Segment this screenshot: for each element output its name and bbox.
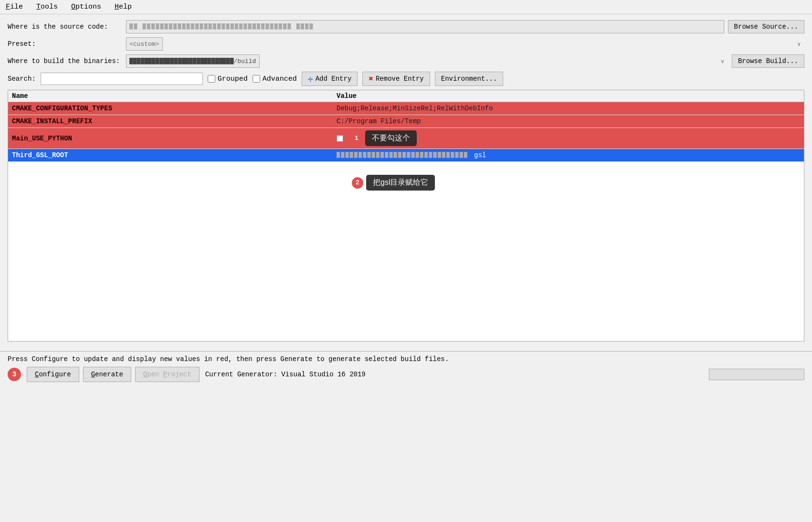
- preset-select-wrapper: <custom>: [126, 37, 804, 51]
- col-name-header: Name: [12, 92, 337, 100]
- row-name: CMAKE_INSTALL_PREFIX: [8, 115, 333, 128]
- browse-source-button[interactable]: Browse Source...: [728, 20, 804, 33]
- menu-help[interactable]: Help: [113, 2, 134, 12]
- preset-select[interactable]: <custom>: [126, 37, 163, 51]
- build-select[interactable]: ████████████████████████████/build: [126, 54, 260, 68]
- advanced-label: Advanced: [263, 75, 297, 83]
- row-name: Main_USE_PYTHON: [8, 132, 333, 145]
- tooltip-1: 不要勾这个: [365, 130, 417, 146]
- grouped-checkbox-group[interactable]: Grouped: [208, 75, 248, 83]
- annotation-badge-1: 1: [351, 133, 362, 144]
- use-python-checkbox[interactable]: [337, 135, 343, 142]
- build-row: Where to build the binaries: ███████████…: [8, 54, 804, 68]
- source-input[interactable]: [126, 20, 724, 33]
- row-value: ██████████████████████████████ gsl 2 把gs…: [333, 149, 804, 161]
- source-row: Where is the source code: Browse Source.…: [8, 20, 804, 33]
- annotation-badge-2: 2: [352, 177, 363, 189]
- build-label: Where to build the binaries:: [8, 57, 122, 65]
- preset-row: Preset: <custom>: [8, 37, 804, 51]
- row-value: C:/Program Files/Temp: [333, 115, 804, 128]
- cmake-table: Name Value CMAKE_CONFIGURATION_TYPES Deb…: [8, 90, 804, 341]
- menu-options[interactable]: Options: [69, 2, 103, 12]
- open-project-button[interactable]: Open Project: [135, 367, 200, 382]
- remove-icon: ✖: [369, 74, 373, 84]
- table-body: CMAKE_CONFIGURATION_TYPES Debug;Release;…: [8, 102, 804, 341]
- build-select-wrapper: ████████████████████████████/build: [126, 54, 728, 68]
- toolbar-row: Search: Grouped Advanced ✛ Add Entry ✖ R…: [8, 72, 804, 86]
- menu-file[interactable]: File: [4, 2, 25, 12]
- row-value: 1 不要勾这个: [333, 128, 804, 149]
- row-name: Third_GSL_ROOT: [8, 149, 333, 161]
- table-header: Name Value: [8, 90, 804, 102]
- advanced-checkbox-group[interactable]: Advanced: [253, 75, 297, 83]
- annotation-badge-3: 3: [8, 368, 21, 381]
- source-label: Where is the source code:: [8, 23, 122, 31]
- grouped-checkbox[interactable]: [208, 75, 215, 83]
- environment-button[interactable]: Environment...: [435, 72, 504, 86]
- bottom-buttons: 3 Configure Generate Open Project Curren…: [8, 367, 804, 382]
- generator-text: Current Generator: Visual Studio 16 2019: [205, 371, 366, 378]
- status-bar: Press Configure to update and display ne…: [0, 351, 812, 384]
- search-label: Search:: [8, 75, 36, 83]
- add-icon: ✛: [308, 74, 313, 84]
- add-entry-label: Add Entry: [316, 75, 352, 83]
- configure-button[interactable]: Configure: [27, 367, 79, 382]
- search-input[interactable]: [41, 73, 203, 85]
- remove-entry-label: Remove Entry: [376, 75, 424, 83]
- grouped-label: Grouped: [218, 75, 248, 83]
- browse-build-button[interactable]: Browse Build...: [732, 54, 804, 68]
- preset-label: Preset:: [8, 40, 122, 48]
- remove-entry-button[interactable]: ✖ Remove Entry: [362, 72, 430, 86]
- table-row[interactable]: Third_GSL_ROOT █████████████████████████…: [8, 149, 804, 162]
- advanced-checkbox[interactable]: [253, 75, 260, 83]
- table-row[interactable]: CMAKE_INSTALL_PREFIX C:/Program Files/Te…: [8, 115, 804, 128]
- table-row[interactable]: CMAKE_CONFIGURATION_TYPES Debug;Release;…: [8, 102, 804, 115]
- menu-tools[interactable]: Tools: [34, 2, 60, 12]
- tooltip-2: 把gsl目录赋给它: [366, 175, 435, 191]
- main-container: Where is the source code: Browse Source.…: [0, 14, 812, 351]
- row-name: CMAKE_CONFIGURATION_TYPES: [8, 102, 333, 115]
- status-message: Press Configure to update and display ne…: [8, 355, 804, 363]
- generate-button[interactable]: Generate: [83, 367, 131, 382]
- row-value: Debug;Release;MinSizeRel;RelWithDebInfo: [333, 102, 804, 115]
- menubar: File Tools Options Help: [0, 0, 812, 14]
- add-entry-button[interactable]: ✛ Add Entry: [302, 72, 358, 86]
- table-row[interactable]: Main_USE_PYTHON 1 不要勾这个: [8, 128, 804, 149]
- progress-bar: [709, 369, 804, 380]
- col-value-header: Value: [337, 92, 800, 100]
